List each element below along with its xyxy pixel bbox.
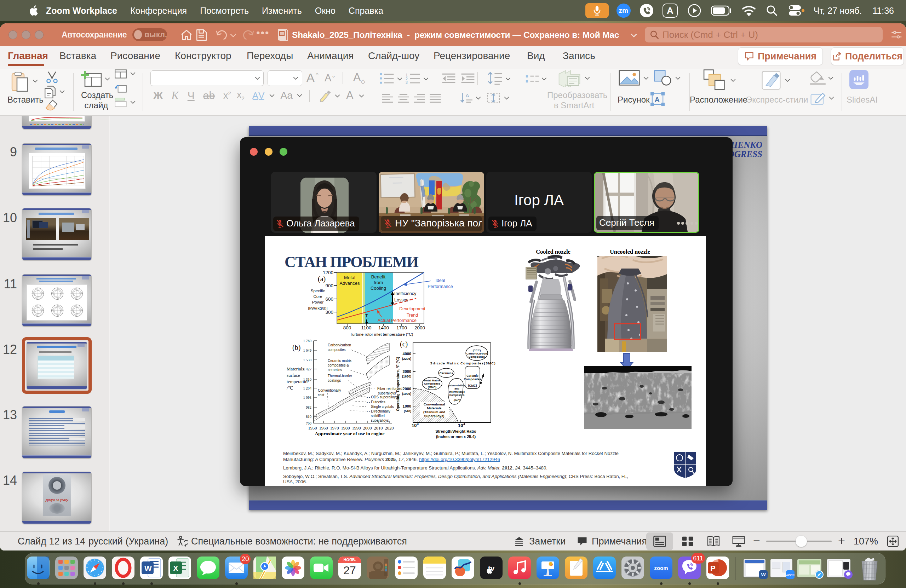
svg-text:Carbon/Carbon: Carbon/Carbon [466,352,487,355]
svg-text:from: from [374,280,383,285]
svg-text:3000: 3000 [403,370,411,374]
svg-text:W: W [144,564,152,573]
svg-text:USA, 2006.: USA, 2006. [283,479,307,484]
svg-text:Advances: Advances [340,280,360,286]
svg-text:(Inches or mm x 25.4): (Inches or mm x 25.4) [436,435,476,439]
svg-text:СТАН ПРОБЛЕМИ: СТАН ПРОБЛЕМИ [284,253,419,271]
svg-text:(2205): (2205) [402,357,411,360]
svg-text:1 538: 1 538 [303,358,311,362]
svg-text:- - Eutectics: - - Eutectics [367,400,385,404]
svg-text:c: c [368,317,369,320]
svg-text:1 760: 1 760 [303,339,311,343]
svg-text:(Titanium and: (Titanium and [423,410,445,414]
svg-text:Uncooled nozzle: Uncooled nozzle [610,249,650,255]
svg-text:- - ODS superalloys: - - ODS superalloys [367,395,397,399]
svg-text:Conventionally: Conventionally [318,389,341,392]
svg-text:27: 27 [343,564,356,577]
svg-text:Trend: Trend [407,313,418,318]
svg-text:НОЯБ.: НОЯБ. [343,558,356,562]
svg-text:900: 900 [325,283,333,288]
svg-text:Actual Performance: Actual Performance [378,318,416,323]
svg-text:800: 800 [343,325,351,330]
svg-text:3: 3 [405,80,408,84]
svg-text:composites &: composites & [328,363,349,367]
svg-text:Conventional: Conventional [424,402,445,406]
svg-text:Metal: Metal [344,275,355,280]
svg-text:1100: 1100 [361,325,371,330]
svg-text:(CMC): (CMC) [468,384,477,387]
svg-text:982: 982 [306,405,311,410]
svg-text:2010: 2010 [374,425,383,430]
svg-text:(540): (540) [404,410,411,413]
svg-text:1700: 1700 [396,325,407,330]
svg-text:1: 1 [405,73,408,77]
svg-text:Ceramic matrix: Ceramic matrix [328,359,351,363]
svg-text:Cooled nozzle: Cooled nozzle [536,249,571,255]
svg-text:1 204: 1 204 [303,386,311,390]
svg-text:X: X [173,564,179,573]
svg-text:Composites: Composites [464,378,481,381]
svg-text:1960: 1960 [319,425,328,430]
svg-text:Inefficiency: Inefficiency [394,291,416,296]
svg-text:Benefit: Benefit [371,274,386,279]
svg-text:Approximate year of use in eng: Approximate year of use in engine [314,431,384,436]
svg-text:1 093: 1 093 [303,395,311,400]
svg-text:Composites: Composites [469,355,485,359]
svg-text:(a): (a) [318,275,325,283]
svg-text:/℃: /℃ [287,385,293,390]
svg-text:composites: composites [328,348,346,352]
svg-text:A: A [466,93,469,98]
svg-text:Ceramic: Ceramic [466,374,479,378]
svg-text:Turbine rotor inlet temperatur: Turbine rotor inlet temperature (°C) [350,332,413,336]
svg-text:2000: 2000 [363,425,372,430]
svg-text:600: 600 [325,296,333,302]
svg-text:Metal Matrix: Metal Matrix [424,379,440,382]
svg-text:(MMC): (MMC) [428,386,437,389]
svg-text:Materials: Materials [287,366,304,371]
svg-text:Operating Temperature, °F (°C): Operating Temperature, °F (°C) [396,357,400,411]
svg-text:zoom: zoom [654,565,668,571]
svg-text:(b): (b) [292,344,300,352]
svg-text:(CCC): (CCC) [473,349,481,352]
svg-text:Specific: Specific [311,289,325,293]
svg-text:760: 760 [306,421,311,425]
svg-text:Development: Development [399,306,425,311]
svg-text:(1650): (1650) [402,374,411,378]
svg-text:1 427: 1 427 [303,367,311,371]
svg-text:Cooling: Cooling [370,285,386,291]
svg-text:Composites: Composites [450,394,465,397]
svg-text:Performance: Performance [427,284,453,289]
svg-text:2000: 2000 [415,325,425,330]
svg-text:solidified: solidified [371,414,385,418]
svg-text:Core: Core [314,294,322,299]
svg-text:superalloys: superalloys [371,419,389,422]
svg-text:- - Single crystals: - - Single crystals [367,405,394,409]
svg-text:coatings: coatings [328,379,341,382]
svg-text:10: 10 [458,423,463,428]
svg-text:cast: cast [318,393,325,397]
svg-text:2020: 2020 [385,425,394,430]
svg-text:300: 300 [325,309,333,315]
svg-text:4000: 4000 [403,352,411,356]
svg-text:1 649: 1 649 [303,349,311,352]
svg-text:Power: Power [312,300,324,304]
svg-text:Manufacturing: A Comparative R: Manufacturing: A Comparative Review. Pol… [283,457,500,462]
svg-text:(c): (c) [400,340,408,348]
svg-text:Ideal: Ideal [435,278,445,283]
svg-text:- - Directionally: - - Directionally [367,410,390,413]
svg-text:Materials: Materials [427,406,441,410]
svg-text:Lemberg, J.A.; Ritchie, R.O. M: Lemberg, J.A.; Ritchie, R.O. Mo-Si-B All… [283,465,547,470]
svg-text:P: P [710,564,716,573]
svg-text:and: and [455,387,459,390]
svg-text:temperature: temperature [287,379,309,384]
svg-text:Composites: Composites [424,382,440,385]
svg-text:Silicide Matrix Composites(SMC: Silicide Matrix Composites(SMC) [430,361,496,365]
svg-text:4: 4 [463,422,465,425]
svg-text:[kW/(kg/s)]: [kW/(kg/s)] [308,306,328,310]
svg-text:Strength/Weight Ratio: Strength/Weight Ratio [435,429,476,433]
svg-text:(IMC): (IMC) [454,399,461,402]
svg-text:10: 10 [412,423,416,428]
svg-text:ceramics: ceramics [328,368,342,372]
svg-text:(1095): (1095) [402,392,411,395]
svg-text:Losses: Losses [394,298,408,303]
